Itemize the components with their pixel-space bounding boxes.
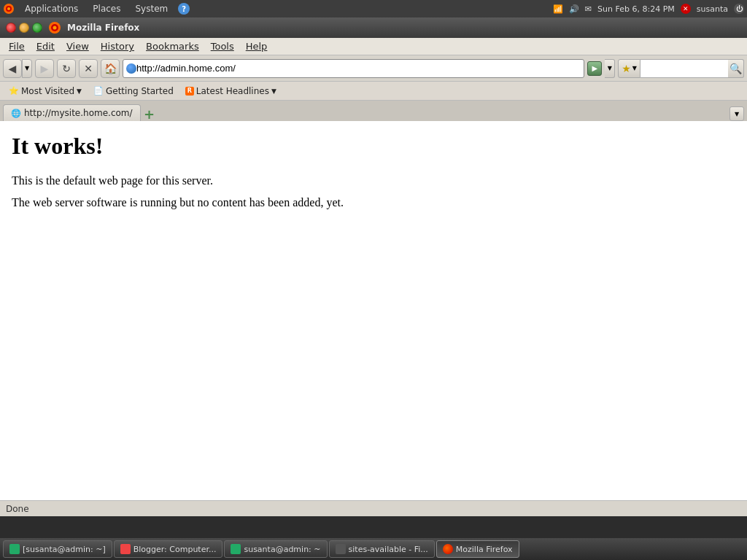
bookmark-getting-started[interactable]: 📄 Getting Started	[89, 85, 178, 98]
bookmarks-bar: ⭐ Most Visited ▼ 📄 Getting Started R Lat…	[0, 82, 747, 101]
tab-mysite[interactable]: 🌐 http://mysite.home.com/	[3, 104, 141, 121]
help-menu[interactable]: Help	[240, 39, 274, 53]
url-input[interactable]	[136, 63, 581, 74]
taskbar-item-3[interactable]: sites-available - Fi...	[329, 540, 435, 558]
page-paragraph-2: The web server software is running but n…	[12, 196, 735, 209]
search-go-button[interactable]: 🔍	[728, 59, 744, 78]
page-content: It works! This is the default web page f…	[0, 121, 747, 500]
page-heading: It works!	[12, 133, 735, 160]
svg-point-2	[7, 7, 10, 10]
taskbar-icon-terminal-2	[231, 544, 241, 554]
bookmarks-menu[interactable]: Bookmarks	[140, 39, 205, 53]
url-favicon	[126, 63, 136, 74]
system-bar-right: 📶 🔊 ✉ Sun Feb 6, 8:24 PM ✕ susanta ⏻	[553, 4, 744, 14]
system-menu[interactable]: System	[131, 2, 172, 15]
maximize-button[interactable]: +	[32, 23, 42, 33]
taskbar-label-2: susanta@admin: ~	[244, 545, 320, 554]
taskbar-item-2[interactable]: susanta@admin: ~	[224, 540, 327, 558]
home-button[interactable]: 🏠	[101, 59, 120, 78]
title-bar: ✕ − + Mozilla Firefox	[0, 18, 747, 38]
status-bar: Done	[0, 500, 747, 516]
most-visited-arrow: ▼	[77, 88, 82, 95]
stop-button[interactable]: ✕	[79, 59, 98, 78]
view-menu[interactable]: View	[61, 39, 95, 53]
close-button[interactable]: ✕	[6, 23, 16, 33]
volume-indicator: 🔊	[569, 4, 579, 14]
bookmark-latest-headlines[interactable]: R Latest Headlines ▼	[181, 85, 281, 98]
most-visited-label: Most Visited	[21, 86, 74, 96]
navigation-bar: ◀ ▼ ▶ ↻ ✕ 🏠 ▶ ▼ ★ ▼ 🔍	[0, 55, 747, 82]
firefox-icon	[3, 3, 15, 15]
history-menu[interactable]: History	[95, 39, 140, 53]
taskbar-item-0[interactable]: [susanta@admin: ~]	[3, 540, 112, 558]
bookmark-most-visited[interactable]: ⭐ Most Visited ▼	[4, 85, 86, 98]
svg-point-5	[53, 26, 57, 30]
file-menu[interactable]: File	[3, 39, 31, 53]
system-bar-left: Applications Places System ?	[3, 2, 190, 15]
taskbar: [susanta@admin: ~] Blogger: Computer... …	[0, 538, 747, 560]
tab-bar: 🌐 http://mysite.home.com/ + ▼	[0, 101, 747, 121]
back-dropdown[interactable]: ▼	[22, 59, 32, 78]
taskbar-item-firefox[interactable]: Mozilla Firefox	[436, 540, 519, 558]
tab-bar-end: ▼	[157, 106, 744, 121]
taskbar-icon-terminal-1	[9, 544, 20, 554]
latest-headlines-arrow: ▼	[271, 88, 276, 95]
most-visited-icon: ⭐	[9, 86, 19, 96]
forward-button[interactable]: ▶	[35, 59, 54, 78]
username: susanta	[697, 4, 728, 14]
search-dropdown-arrow: ▼	[632, 65, 637, 71]
taskbar-icon-firefox	[443, 544, 453, 554]
google-star-icon: ★	[622, 63, 631, 74]
browser-favicon	[48, 21, 61, 34]
search-bar: ★ ▼ 🔍	[618, 59, 744, 78]
network-indicator: 📶	[553, 4, 563, 14]
help-icon[interactable]: ?	[178, 3, 190, 15]
user-power-icon: ✕	[681, 4, 691, 14]
taskbar-icon-blogger	[120, 544, 131, 554]
back-button[interactable]: ◀	[3, 59, 22, 78]
email-indicator: ✉	[585, 4, 592, 14]
power-button[interactable]: ⏻	[734, 4, 744, 14]
getting-started-icon: 📄	[93, 86, 104, 96]
taskbar-label-3: sites-available - Fi...	[349, 545, 428, 554]
taskbar-item-1[interactable]: Blogger: Computer...	[114, 540, 223, 558]
rss-icon: R	[185, 87, 194, 96]
edit-menu[interactable]: Edit	[31, 39, 61, 53]
datetime: Sun Feb 6, 8:24 PM	[597, 4, 675, 14]
status-text: Done	[6, 504, 29, 514]
taskbar-label-0: [susanta@admin: ~]	[23, 545, 106, 554]
tools-menu[interactable]: Tools	[205, 39, 240, 53]
url-dropdown[interactable]: ▼	[605, 59, 615, 78]
minimize-button[interactable]: −	[19, 23, 29, 33]
system-bar: Applications Places System ? 📶 🔊 ✉ Sun F…	[0, 0, 747, 18]
window-controls: ✕ − +	[6, 23, 42, 33]
latest-headlines-label: Latest Headlines	[196, 86, 269, 96]
tab-label: http://mysite.home.com/	[24, 108, 133, 118]
page-paragraph-1: This is the default web page for this se…	[12, 174, 735, 187]
places-menu[interactable]: Places	[88, 2, 125, 15]
window-title: Mozilla Firefox	[67, 23, 741, 33]
go-button[interactable]: ▶	[587, 61, 602, 76]
url-bar-container	[123, 59, 584, 78]
getting-started-label: Getting Started	[106, 86, 174, 96]
taskbar-label-4: Mozilla Firefox	[456, 545, 513, 554]
reload-button[interactable]: ↻	[57, 59, 76, 78]
taskbar-icon-file	[336, 544, 346, 554]
taskbar-label-1: Blogger: Computer...	[133, 545, 217, 554]
tab-list-button[interactable]: ▼	[729, 106, 744, 121]
new-tab-button[interactable]: +	[142, 106, 157, 121]
applications-menu[interactable]: Applications	[20, 2, 82, 15]
search-input[interactable]	[640, 59, 728, 78]
tab-favicon: 🌐	[11, 109, 21, 118]
search-engine-button[interactable]: ★ ▼	[618, 59, 640, 78]
menu-bar: File Edit View History Bookmarks Tools H…	[0, 38, 747, 55]
